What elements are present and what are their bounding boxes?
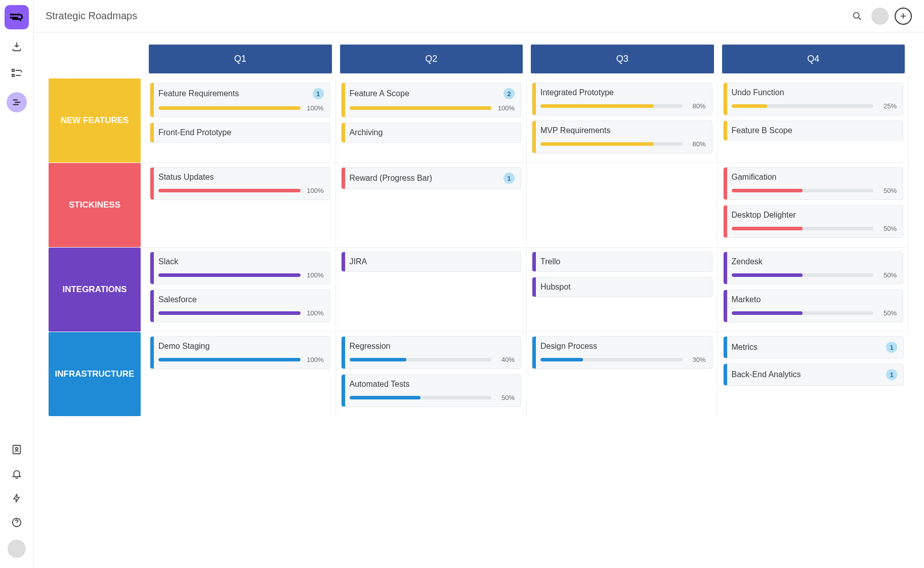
card-color-stripe (724, 83, 727, 115)
card-title: Undo Function (732, 88, 784, 97)
contacts-icon[interactable] (10, 442, 24, 457)
card-color-stripe (150, 252, 154, 284)
roadmap-card[interactable]: Demo Staging100% (150, 336, 330, 369)
card-title: Demo Staging (158, 342, 209, 351)
roadmap-cell: Undo Function25%Feature B Scope (718, 78, 909, 163)
roadmap-card[interactable]: Back-End Analytics1 (723, 363, 904, 386)
card-color-stripe (150, 337, 154, 369)
roadmap-card[interactable]: Design Process30% (532, 336, 712, 369)
roadmap-card[interactable]: Feature A Scope2100% (341, 83, 522, 117)
roadmap-card[interactable]: Archiving (341, 123, 522, 143)
roadmap-card[interactable]: Zendesk50% (723, 252, 904, 285)
card-progress-pct: 80% (688, 140, 706, 148)
card-color-stripe (150, 290, 154, 322)
card-title: Slack (158, 257, 178, 266)
swimlane-label-infrastructure: INFRASTRUCTURE (49, 332, 141, 416)
card-progress-pct: 100% (306, 271, 324, 279)
roadmap-card[interactable]: Marketo50% (723, 290, 904, 322)
roadmap-card[interactable]: Status Updates100% (150, 167, 330, 200)
roadmap-card[interactable]: Automated Tests50% (341, 374, 522, 407)
roadmap-card[interactable]: JIRA (341, 252, 522, 272)
svg-point-9 (15, 448, 18, 450)
roadmap-card[interactable]: Integrated Prototype80% (532, 83, 712, 115)
svg-rect-1 (12, 69, 14, 71)
roadmap-cell: Metrics1Back-End Analytics1 (718, 332, 909, 416)
roadmap-card[interactable]: Salesforce100% (150, 290, 330, 322)
card-title: Status Updates (158, 173, 214, 182)
user-avatar-top[interactable] (871, 8, 889, 25)
roadmap-cell: Gamification50%Desktop Delighter50% (718, 163, 909, 247)
card-progress-pct: 50% (496, 394, 515, 401)
column-header: Q2 (340, 45, 523, 73)
card-progress-pct: 25% (878, 102, 897, 110)
help-icon[interactable] (10, 515, 24, 530)
card-color-stripe (342, 375, 345, 407)
roadmap-card[interactable]: Slack100% (150, 252, 330, 285)
search-icon[interactable] (851, 10, 863, 22)
add-button[interactable]: + (895, 8, 912, 25)
card-progress-pct: 50% (878, 225, 897, 232)
card-progress: 50% (732, 187, 897, 194)
card-color-stripe (724, 337, 727, 358)
roadmap-icon[interactable] (7, 92, 27, 112)
card-progress: 40% (350, 356, 515, 363)
card-title: Zendesk (732, 257, 763, 266)
card-title: Design Process (540, 342, 597, 351)
roadmap-cell: Slack100%Salesforce100% (145, 248, 336, 332)
card-color-stripe (532, 83, 536, 115)
card-progress: 100% (158, 187, 324, 194)
card-title: Salesforce (158, 295, 197, 304)
card-color-stripe (724, 364, 727, 385)
card-title: Back-End Analytics (732, 370, 801, 379)
roadmap-cell (527, 163, 718, 247)
card-progress-pct: 50% (878, 309, 897, 317)
card-progress-pct: 50% (878, 271, 897, 279)
roadmap-card[interactable]: Desktop Delighter50% (723, 205, 904, 238)
card-progress: 100% (158, 271, 324, 279)
roadmap-cell: Reward (Progress Bar)1 (336, 163, 527, 247)
card-progress-pct: 100% (306, 187, 324, 194)
roadmap-card[interactable]: Hubspot (532, 277, 712, 297)
card-color-stripe (532, 337, 536, 369)
roadmap-card[interactable]: Feature B Scope (723, 120, 904, 141)
roadmap-card[interactable]: Trello (532, 252, 712, 272)
app-logo[interactable] (5, 5, 29, 29)
card-color-stripe (150, 83, 154, 117)
roadmap-card[interactable]: Feature Requirements1100% (150, 83, 330, 117)
card-title: Regression (350, 342, 391, 351)
card-color-stripe (532, 277, 536, 297)
card-progress-pct: 100% (306, 309, 324, 317)
svg-point-11 (854, 12, 859, 18)
column-header: Q1 (149, 45, 332, 73)
roadmap-card[interactable]: Gamification50% (723, 167, 904, 200)
page-title: Strategic Roadmaps (46, 10, 137, 22)
card-title: Gamification (732, 173, 777, 182)
bell-icon[interactable] (10, 467, 24, 481)
card-progress: 100% (158, 356, 324, 363)
lightning-icon[interactable] (10, 491, 24, 505)
roadmap-grid: Q1Q2Q3Q4NEW FEATURESFeature Requirements… (49, 45, 909, 416)
card-progress-pct: 40% (496, 356, 515, 363)
card-progress-pct: 100% (306, 356, 324, 363)
card-progress: 80% (540, 102, 706, 110)
card-progress: 100% (158, 104, 324, 112)
card-color-stripe (724, 252, 727, 284)
roadmap-card[interactable]: Front-End Prototype (150, 123, 330, 143)
roadmap-card[interactable]: Regression40% (341, 336, 522, 369)
list-icon[interactable] (10, 66, 24, 80)
card-title: Desktop Delighter (732, 211, 796, 220)
card-progress-pct: 100% (306, 104, 324, 112)
topbar: Strategic Roadmaps + (33, 0, 924, 32)
import-icon[interactable] (10, 39, 24, 54)
roadmap-card[interactable]: Reward (Progress Bar)1 (341, 167, 522, 189)
roadmap-card[interactable]: Undo Function25% (723, 83, 904, 115)
card-color-stripe (532, 121, 536, 153)
sidebar (0, 0, 33, 568)
roadmap-card[interactable]: Metrics1 (723, 336, 904, 358)
card-progress: 100% (350, 104, 515, 112)
card-title: Reward (Progress Bar) (350, 174, 433, 183)
user-avatar-sidebar[interactable] (8, 540, 26, 558)
card-title: Integrated Prototype (540, 88, 614, 97)
card-progress: 30% (540, 356, 706, 363)
roadmap-card[interactable]: MVP Requirements80% (532, 120, 712, 153)
